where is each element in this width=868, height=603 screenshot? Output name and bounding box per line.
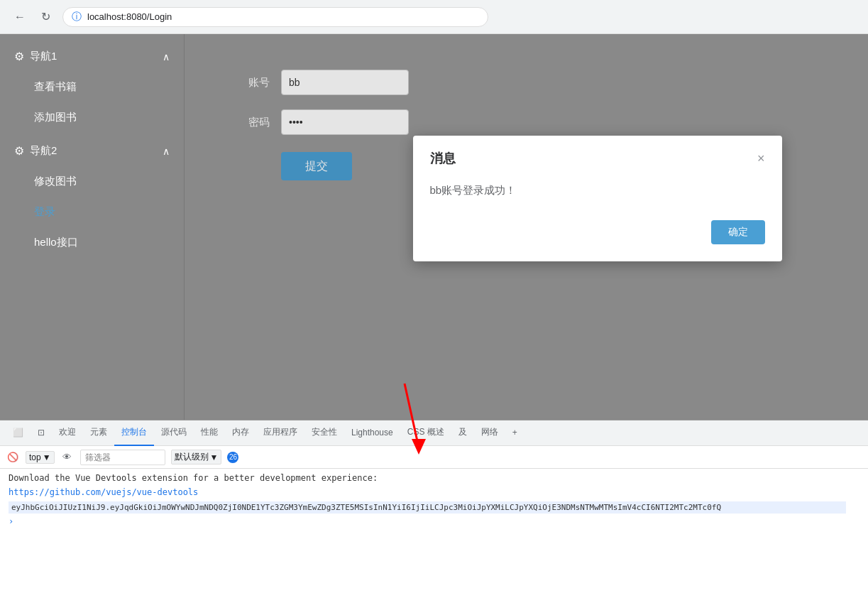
devtools-content: Download the Vue Devtools extension for … — [0, 469, 868, 603]
device-icon: ⬜ — [13, 428, 23, 438]
confirm-button[interactable]: 确定 — [711, 220, 765, 244]
url-text: localhost:8080/Login — [87, 11, 172, 22]
sidebar-item-hello[interactable]: hello接口 — [0, 227, 184, 258]
context-dropdown-icon: ▼ — [43, 452, 51, 462]
refresh-button[interactable]: ↻ — [37, 9, 54, 26]
content-area: 账号 密码 提交 消息 × bb账号登录成功！ 确定 — [185, 34, 868, 420]
browser-bar: ← ↻ ⓘ localhost:8080/Login — [0, 0, 868, 34]
devtools-tab-device[interactable]: ⬜ — [6, 420, 31, 446]
modal-overlay: 消息 × bb账号登录成功！ 确定 — [185, 34, 868, 420]
sources-label: 源代码 — [161, 426, 187, 438]
devtools-tab-sources[interactable]: 源代码 — [154, 420, 194, 446]
sidebar-item-view-books[interactable]: 查看书籍 — [0, 72, 184, 102]
devtools-tab-memory[interactable]: 内存 — [225, 420, 256, 446]
main-area: ⚙ 导航1 ∧ 查看书籍 添加图书 ⚙ 导航2 ∧ 修改图书 — [0, 34, 868, 420]
console-label: 控制台 — [121, 426, 147, 438]
expand-arrow-icon[interactable]: › — [9, 516, 13, 526]
nav1-header[interactable]: ⚙ 导航1 ∧ — [0, 41, 184, 72]
filter-input[interactable] — [80, 450, 165, 465]
devtools-tab-add[interactable]: + — [505, 420, 524, 446]
nav2-label: 导航2 — [30, 144, 57, 158]
context-selector[interactable]: top ▼ — [26, 451, 55, 464]
devtools-tab-ji[interactable]: 及 — [451, 420, 474, 446]
sidebar-item-login[interactable]: 登录 — [0, 197, 184, 227]
ji-label: 及 — [458, 426, 467, 438]
security-label: 安全性 — [312, 426, 337, 438]
context-value: top — [29, 452, 41, 462]
sidebar-item-add-books[interactable]: 添加图书 — [0, 102, 184, 133]
modal-footer: 确定 — [430, 220, 765, 244]
welcome-label: 欢迎 — [59, 426, 76, 438]
devtools-tab-security[interactable]: 安全性 — [304, 420, 344, 446]
nav1-label: 导航1 — [30, 50, 57, 63]
devtools-tab-performance[interactable]: 性能 — [194, 420, 225, 446]
devtools-tab-elements[interactable]: 元素 — [83, 420, 114, 446]
css-label: CSS 概述 — [407, 426, 444, 438]
network-label: 网络 — [481, 426, 498, 438]
clear-button[interactable]: 🚫 — [6, 450, 20, 465]
devtools-link[interactable]: https://github.com/vuejs/vue-devtools — [9, 487, 859, 497]
info-icon: ⓘ — [72, 11, 82, 23]
lighthouse-label: Lighthouse — [351, 428, 393, 438]
devtools-tab-network[interactable]: 网络 — [474, 420, 505, 446]
modal-body: bb账号登录成功！ — [430, 178, 765, 203]
application-label: 应用程序 — [263, 426, 297, 438]
devtools-tabs: ⬜ ⊡ 欢迎 元素 控制台 源代码 性能 内存 应用程序 安全性 Lightho — [0, 420, 868, 446]
level-value: 默认级别 — [175, 451, 209, 463]
issue-dot: 26 — [227, 452, 238, 463]
elements-label: 元素 — [90, 426, 107, 438]
chevron-up-icon-1: ∧ — [163, 51, 170, 63]
devtools-toolbar: 🚫 top ▼ 👁 默认级别 ▼ 26 — [0, 446, 868, 469]
devtools-tab-css[interactable]: CSS 概述 — [400, 420, 451, 446]
modal-dialog: 消息 × bb账号登录成功！ 确定 — [413, 136, 782, 261]
modal-title: 消息 — [430, 150, 456, 167]
issue-number: 26 — [229, 453, 237, 461]
nav2-header[interactable]: ⚙ 导航2 ∧ — [0, 136, 184, 166]
performance-label: 性能 — [201, 426, 218, 438]
devtools-download-message: Download the Vue Devtools extension for … — [9, 473, 859, 483]
sidebar: ⚙ 导航1 ∧ 查看书籍 添加图书 ⚙ 导航2 ∧ 修改图书 — [0, 34, 185, 420]
expand-row: › — [9, 516, 859, 526]
devtools-tab-application[interactable]: 应用程序 — [256, 420, 304, 446]
devtools-tab-inspect[interactable]: ⊡ — [31, 420, 52, 446]
add-tab-icon: + — [512, 428, 517, 438]
level-dropdown-icon: ▼ — [210, 452, 219, 462]
memory-label: 内存 — [232, 426, 249, 438]
gear-icon-1: ⚙ — [14, 50, 24, 63]
back-button[interactable]: ← — [11, 9, 28, 26]
devtools-tab-welcome[interactable]: 欢迎 — [52, 420, 83, 446]
nav-group-2: ⚙ 导航2 ∧ 修改图书 登录 hello接口 — [0, 136, 184, 258]
issue-count: 26 — [227, 452, 238, 463]
level-selector[interactable]: 默认级别 ▼ — [171, 450, 222, 465]
devtools-tab-console[interactable]: 控制台 — [114, 420, 154, 446]
token-output: eyJhbGciOiJIUzI1NiJ9.eyJqdGkiOiJmOWYwNDJ… — [9, 501, 846, 514]
gear-icon-2: ⚙ — [14, 144, 24, 158]
address-bar[interactable]: ⓘ localhost:8080/Login — [62, 7, 488, 27]
modal-header: 消息 × — [430, 150, 765, 167]
sidebar-item-edit-books[interactable]: 修改图书 — [0, 166, 184, 197]
modal-close-button[interactable]: × — [757, 151, 765, 166]
devtools-tab-lighthouse[interactable]: Lighthouse — [344, 420, 400, 446]
devtools-panel: ⬜ ⊡ 欢迎 元素 控制台 源代码 性能 内存 应用程序 安全性 Lightho — [0, 420, 868, 603]
eye-button[interactable]: 👁 — [60, 450, 75, 465]
inspect-icon: ⊡ — [38, 428, 45, 438]
nav-group-1: ⚙ 导航1 ∧ 查看书籍 添加图书 — [0, 41, 184, 133]
chevron-up-icon-2: ∧ — [163, 146, 170, 157]
